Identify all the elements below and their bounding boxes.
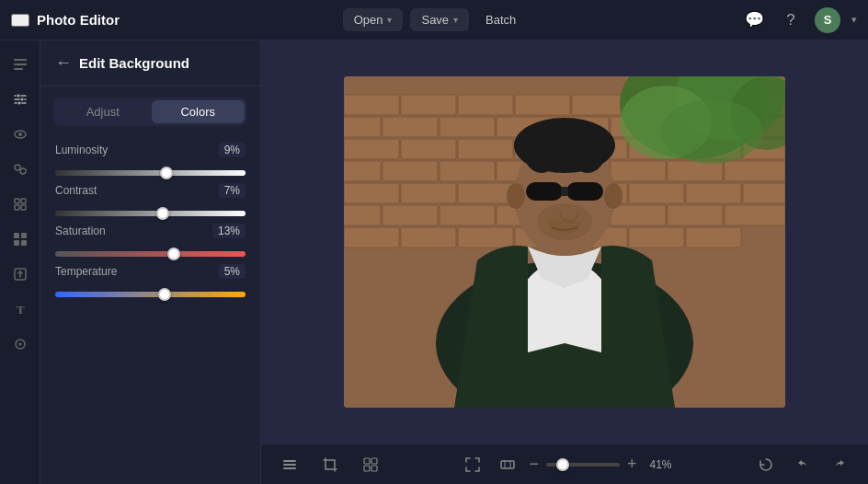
svg-rect-37 [440,117,495,137]
layers-bottom-icon[interactable] [276,451,303,478]
svg-rect-36 [383,117,438,137]
svg-rect-31 [572,95,627,115]
menu-icon[interactable] [11,14,29,27]
chat-icon[interactable]: 💬 [741,7,767,33]
svg-rect-67 [344,205,381,225]
luminosity-label-row: Luminosity 9% [55,143,246,157]
bottombar-right [752,451,853,478]
sidebar-grid-icon[interactable] [6,225,35,254]
svg-rect-20 [21,240,27,246]
tab-adjust[interactable]: Adjust [56,100,150,123]
svg-point-100 [537,203,592,240]
svg-rect-68 [383,205,438,225]
svg-rect-76 [401,227,456,248]
photo-container [344,76,785,408]
main: T ← Edit Background Adjust Colors Lumino… [0,40,868,484]
svg-rect-17 [14,233,19,238]
sidebar-layers-icon[interactable] [6,50,35,79]
svg-rect-80 [629,227,684,248]
svg-rect-65 [686,183,741,203]
svg-rect-29 [458,95,513,115]
fit-screen-icon[interactable] [459,451,486,478]
avatar-chevron-icon[interactable]: ▾ [851,14,857,26]
contrast-label: Contrast [55,184,97,197]
svg-rect-51 [344,161,381,181]
sidebar-tools-icon[interactable] [6,329,35,359]
contrast-track [55,203,246,209]
svg-rect-2 [14,68,23,70]
saturation-slider[interactable] [55,251,246,257]
svg-rect-105 [371,458,377,464]
bottombar-center: − + 41% [459,451,677,478]
open-button[interactable]: Open ▾ [343,8,404,31]
svg-rect-103 [283,467,296,469]
svg-rect-69 [440,205,495,225]
zoom-in-icon[interactable]: + [627,455,637,474]
svg-rect-18 [21,233,27,238]
temperature-row: Temperature 5% [55,264,246,290]
panel-title: Edit Background [79,55,189,71]
sidebar-export-icon[interactable] [6,259,35,289]
sliders-area: Luminosity 9% Contrast 7% [40,133,260,299]
zoom-out-icon[interactable]: − [529,455,539,474]
sidebar-adjustments-icon[interactable] [6,85,35,114]
svg-rect-53 [440,161,495,181]
save-chevron-icon: ▾ [453,15,458,25]
svg-rect-61 [458,183,513,203]
contrast-slider[interactable] [55,211,246,216]
redo-icon[interactable] [826,451,853,478]
svg-rect-44 [401,139,456,159]
sidebar-text-icon[interactable]: T [6,294,35,324]
svg-rect-98 [561,187,568,196]
svg-rect-30 [515,95,570,115]
help-icon[interactable]: ? [778,7,804,33]
avatar[interactable]: S [815,7,840,33]
luminosity-value: 9% [219,143,246,157]
temperature-track [55,284,246,290]
svg-point-4 [17,94,20,98]
sidebar-eye-icon[interactable] [6,120,35,149]
saturation-label-row: Saturation 13% [55,224,246,238]
sidebar-effects-icon[interactable] [6,155,35,184]
temperature-slider[interactable] [55,292,246,297]
undo-icon[interactable] [789,451,817,478]
svg-rect-74 [725,205,785,225]
sidebar-filters-icon[interactable] [6,190,35,219]
topbar-left: Photo Editor [11,12,343,28]
svg-rect-58 [725,161,785,181]
svg-rect-28 [401,95,456,115]
svg-rect-106 [364,466,370,471]
panel: ← Edit Background Adjust Colors Luminosi… [40,40,261,484]
sidebar-icons: T [0,40,40,484]
grid-bottom-icon[interactable] [357,451,384,478]
tab-colors[interactable]: Colors [152,100,246,123]
luminosity-row: Luminosity 9% [55,143,246,168]
topbar-right: 💬 ? S ▾ [525,7,857,33]
svg-rect-108 [501,461,514,468]
svg-rect-15 [15,205,19,210]
svg-point-93 [569,127,606,173]
expand-icon[interactable] [494,451,521,478]
batch-button[interactable]: Batch [476,8,525,31]
crop-bottom-icon[interactable] [316,451,344,478]
svg-rect-35 [344,117,381,137]
tab-row: Adjust Colors [53,98,247,126]
svg-rect-96 [526,182,563,201]
svg-rect-72 [611,205,666,225]
svg-point-8 [17,101,21,105]
zoom-slider[interactable] [546,463,620,467]
photo-frame [344,76,785,408]
svg-rect-81 [686,227,741,248]
save-button[interactable]: Save ▾ [410,8,469,31]
luminosity-slider[interactable] [55,170,246,176]
back-button[interactable]: ← [55,53,72,73]
svg-rect-14 [21,199,26,203]
contrast-row: Contrast 7% [55,183,246,209]
svg-point-25 [18,343,21,346]
contrast-value: 7% [219,183,246,198]
svg-rect-64 [629,183,684,203]
svg-rect-45 [458,139,513,159]
svg-rect-97 [566,182,603,201]
svg-rect-57 [668,161,723,181]
history-icon[interactable] [752,451,780,478]
